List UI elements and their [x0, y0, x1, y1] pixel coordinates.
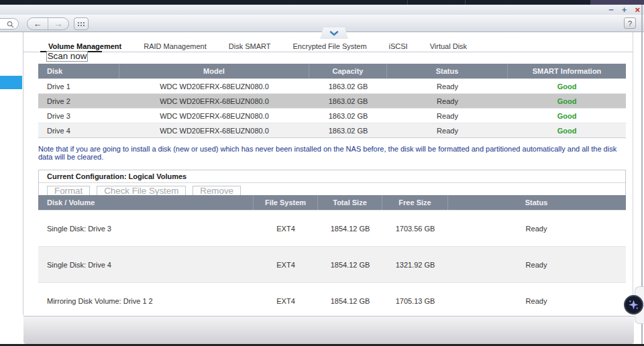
tab-disk-smart[interactable]: Disk SMART: [229, 42, 271, 50]
sparkle-star-icon: [627, 298, 640, 311]
smart-status: Good: [508, 79, 626, 93]
volume-name: Single Disk: Drive 4: [38, 247, 254, 282]
disk-model: WDC WD20EFRX-68EUZN080.0: [119, 94, 309, 108]
minimize-button[interactable]: −: [608, 5, 614, 14]
chevron-down-icon: [329, 31, 339, 36]
column-header: Status: [448, 195, 625, 210]
tab-volume-management[interactable]: Volume Management: [48, 42, 121, 50]
tab-iscsi[interactable]: iSCSI: [389, 42, 408, 50]
disk-capacity: 1863.02 GB: [309, 94, 387, 108]
disk-capacity: 1863.02 GB: [309, 79, 387, 93]
volume-actions: Format Check File System Remove: [39, 183, 625, 196]
format-button[interactable]: Format: [47, 186, 90, 196]
volume-name: Single Disk: Drive 3: [38, 211, 254, 246]
search-icon: [7, 21, 14, 28]
disk-status: Ready: [387, 79, 508, 93]
install-disk-note: Note that if you are going to install a …: [38, 145, 629, 161]
tab-virtual-disk[interactable]: Virtual Disk: [430, 42, 467, 50]
window-footer: [23, 316, 634, 344]
total-size: 1854.12 GB: [318, 211, 382, 246]
strip-accent: [590, 0, 644, 5]
disk-model: WDC WD20EFRX-68EUZN080.0: [119, 109, 309, 123]
search-input[interactable]: [0, 18, 19, 30]
tab-encrypted-file-system[interactable]: Encrypted File System: [293, 42, 367, 50]
close-button[interactable]: ×: [635, 5, 640, 14]
remove-button[interactable]: Remove: [193, 186, 241, 196]
volume-status: Ready: [448, 283, 625, 319]
section-title: Current Configuration: Logical Volumes: [39, 170, 625, 183]
column-header: File System: [254, 195, 318, 210]
disk-model: WDC WD20EFRX-68EUZN080.0: [119, 123, 309, 137]
free-size: 1321.92 GB: [382, 247, 448, 282]
column-header: Status: [387, 64, 508, 78]
total-size: 1854.12 GB: [318, 247, 382, 282]
disk-name: Drive 2: [38, 94, 119, 108]
disk-name: Drive 3: [38, 109, 119, 123]
volume-table-header: Disk / Volume File System Total Size Fre…: [38, 195, 626, 210]
column-header: Free Size: [382, 195, 448, 210]
volume-name: Mirroring Disk Volume: Drive 1 2: [38, 283, 254, 319]
column-header: Capacity: [309, 64, 387, 78]
tab-raid-management[interactable]: RAID Management: [144, 42, 207, 50]
smart-status: Good: [508, 109, 626, 123]
volume-status: Ready: [448, 211, 625, 246]
volume-table: Disk / Volume File System Total Size Fre…: [38, 195, 626, 319]
disk-table: Disk Model Capacity Status SMART Informa…: [38, 64, 626, 138]
sidebar-selected-flag[interactable]: [0, 76, 22, 89]
disk-status: Ready: [387, 123, 508, 137]
column-header: Disk: [38, 64, 119, 78]
table-row[interactable]: Drive 4 WDC WD20EFRX-68EUZN080.0 1863.02…: [38, 123, 626, 137]
file-system: EXT4: [254, 283, 318, 319]
file-system: EXT4: [254, 211, 318, 246]
strip-divider: [465, 0, 466, 5]
window-titlebar: − + ×: [0, 5, 644, 15]
strip-divider: [407, 0, 408, 5]
free-size: 1705.13 GB: [382, 283, 448, 319]
tabs-separator: [23, 52, 633, 52]
disk-capacity: 1863.02 GB: [309, 123, 387, 137]
table-row-selected[interactable]: Drive 2 WDC WD20EFRX-68EUZN080.0 1863.02…: [38, 93, 626, 108]
disk-status: Ready: [387, 109, 508, 123]
check-file-system-button[interactable]: Check File System: [97, 186, 186, 196]
volume-status: Ready: [448, 247, 625, 282]
scan-now-button[interactable]: Scan now: [46, 51, 88, 62]
table-row[interactable]: Drive 3 WDC WD20EFRX-68EUZN080.0 1863.02…: [38, 108, 626, 123]
free-size: 1703.56 GB: [382, 211, 448, 246]
nav-button-group: ← →: [27, 17, 69, 30]
main-menu-button[interactable]: [74, 17, 89, 30]
column-header: Disk / Volume: [38, 195, 254, 210]
column-header: Model: [119, 64, 309, 78]
disk-name: Drive 4: [38, 123, 119, 137]
back-button[interactable]: ←: [28, 18, 48, 30]
maximize-button[interactable]: +: [622, 5, 627, 14]
tab-bar: Volume Management RAID Management Disk S…: [23, 40, 633, 52]
help-button[interactable]: ?: [624, 17, 636, 29]
smart-status: Good: [508, 94, 626, 108]
grid-icon: [77, 21, 85, 27]
file-system: EXT4: [254, 247, 318, 282]
smart-status: Good: [508, 123, 626, 137]
toolbar: ← → ?: [0, 15, 644, 32]
assistant-button[interactable]: [624, 295, 643, 314]
panel-right-border: [633, 32, 633, 315]
app-window: − + × ← → ?: [0, 0, 644, 346]
table-row[interactable]: Mirroring Disk Volume: Drive 1 2 EXT4 18…: [38, 282, 626, 319]
disk-model: WDC WD20EFRX-68EUZN080.0: [119, 79, 309, 93]
left-panel-divider: [23, 32, 23, 315]
column-header: SMART Information: [508, 64, 626, 78]
table-row[interactable]: Single Disk: Drive 4 EXT4 1854.12 GB 132…: [38, 246, 626, 282]
table-row[interactable]: Drive 1 WDC WD20EFRX-68EUZN080.0 1863.02…: [38, 78, 626, 93]
table-row[interactable]: Single Disk: Drive 3 EXT4 1854.12 GB 170…: [38, 210, 626, 246]
total-size: 1854.12 GB: [318, 283, 382, 319]
disk-capacity: 1863.02 GB: [309, 109, 387, 123]
top-strip: [0, 0, 644, 5]
panel-collapse-handle[interactable]: [320, 27, 348, 39]
disk-table-header: Disk Model Capacity Status SMART Informa…: [38, 64, 626, 78]
disk-status: Ready: [387, 94, 508, 108]
logical-volumes-section: Current Configuration: Logical Volumes F…: [38, 170, 626, 315]
forward-button[interactable]: →: [48, 18, 68, 30]
disk-name: Drive 1: [38, 79, 119, 93]
column-header: Total Size: [318, 195, 382, 210]
